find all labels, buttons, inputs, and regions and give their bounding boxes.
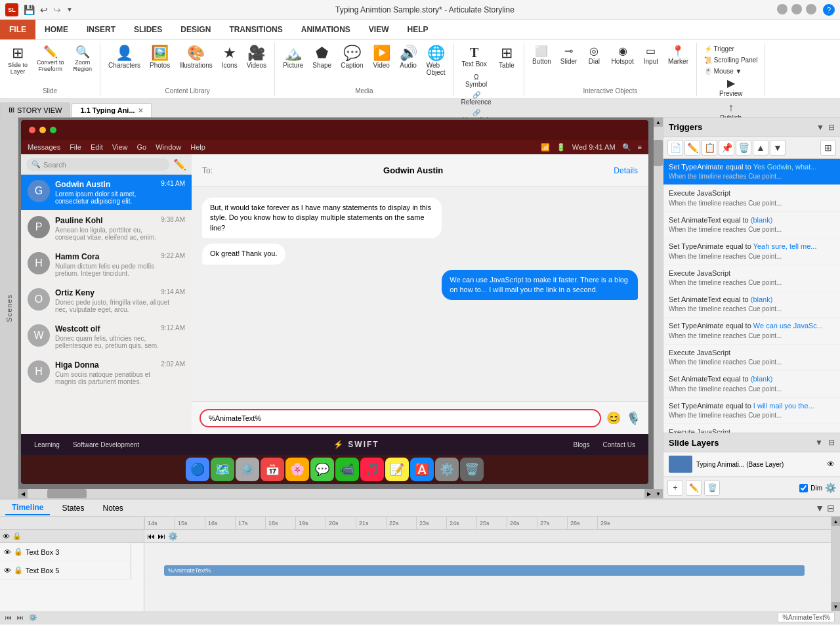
- search-bar[interactable]: 🔍 Search: [26, 158, 169, 171]
- nav-software-dev[interactable]: Software Development: [73, 441, 139, 448]
- trigger-link-4[interactable]: Yeah sure, tell me...: [753, 242, 817, 250]
- hotspot-button[interactable]: ◉ Hotspot: [607, 44, 637, 67]
- dock-calendar[interactable]: 📅: [261, 458, 284, 481]
- canvas-hscroll[interactable]: ◀ ▶: [18, 489, 654, 498]
- close-tab-icon[interactable]: ✕: [138, 107, 143, 114]
- layer-eye-icon[interactable]: 👁: [827, 460, 835, 469]
- slide-to-layer-button[interactable]: ⊞ Slide toLayer: [4, 44, 32, 77]
- tab-story-view[interactable]: ⊞ STORY VIEW: [0, 102, 70, 117]
- timeline-collapse-icon[interactable]: ▼: [815, 503, 824, 513]
- menu-file[interactable]: File: [70, 143, 81, 151]
- timeline-tab-notes[interactable]: Notes: [96, 502, 130, 515]
- trigger-delete-button[interactable]: 🗑️: [736, 140, 751, 156]
- audio-button[interactable]: 🔊 Audio: [396, 44, 421, 71]
- tab-view[interactable]: VIEW: [360, 20, 398, 39]
- table-button[interactable]: ⊞ Table: [494, 44, 520, 71]
- quick-access-redo[interactable]: ↪: [53, 5, 61, 15]
- zoom-region-button[interactable]: 🔍 ZoomRegion: [70, 44, 96, 74]
- picture-button[interactable]: 🏔️ Picture: [279, 44, 307, 71]
- timeline-settings-btn[interactable]: ⚙️: [29, 614, 37, 621]
- trigger-item-8[interactable]: Execute JavaScript When the timeline rea…: [663, 345, 840, 371]
- trigger-item-3[interactable]: Set AnimateText equal to (blank) When th…: [663, 212, 840, 238]
- quick-access-undo[interactable]: ↩: [40, 5, 48, 15]
- tab-slides[interactable]: SLIDES: [125, 20, 171, 39]
- emoji-icon[interactable]: 😊: [606, 411, 621, 425]
- quick-access-save[interactable]: 💾: [24, 5, 35, 15]
- track-lock-textbox3[interactable]: 🔒: [14, 548, 23, 556]
- dock-finder[interactable]: 🔵: [186, 458, 209, 481]
- close-button[interactable]: [806, 4, 816, 14]
- caption-button[interactable]: 💬 Caption: [337, 44, 367, 71]
- track-eye-all-icon[interactable]: 👁: [3, 532, 10, 540]
- trigger-item-7[interactable]: Set TypeAnimate equal to We can use Java…: [663, 318, 840, 344]
- trigger-paste-button[interactable]: 📌: [719, 140, 734, 156]
- contact-pauline-kohl[interactable]: P Pauline Kohl 9:38 AM Aenean leo ligula…: [21, 211, 192, 247]
- hscroll-thumb[interactable]: [47, 489, 87, 498]
- contact-westcott-olf[interactable]: W Westcott olf 9:12 AM Donec quam felis,…: [21, 319, 192, 355]
- track-eye-textbox5[interactable]: 👁: [4, 567, 11, 574]
- dock-system-pref[interactable]: ⚙️: [435, 458, 459, 481]
- dock-music[interactable]: 🎵: [360, 458, 384, 481]
- tab-design[interactable]: DESIGN: [171, 20, 220, 39]
- trigger-link-1[interactable]: Yes Godwin, what...: [753, 163, 817, 171]
- layer-edit-button[interactable]: ✏️: [686, 480, 702, 496]
- timeline-tab-states[interactable]: States: [55, 502, 91, 515]
- tab-slide-1[interactable]: 1.1 Typing Ani... ✕: [72, 103, 151, 117]
- convert-to-freeform-button[interactable]: ✏️ Convert toFreeform: [33, 44, 68, 74]
- icons-button[interactable]: ★ Icons: [218, 44, 242, 71]
- help-button[interactable]: ?: [823, 4, 835, 16]
- notifications-icon[interactable]: ≡: [638, 143, 642, 151]
- timeline-settings-icon[interactable]: ⚙️: [168, 532, 178, 541]
- videos-button[interactable]: 🎥 Videos: [243, 44, 270, 71]
- compose-icon[interactable]: ✏️: [173, 158, 186, 171]
- button-button[interactable]: ⬜ Button: [528, 44, 555, 67]
- nav-learning[interactable]: Learning: [34, 441, 60, 448]
- layer-delete-button[interactable]: 🗑️: [704, 480, 720, 496]
- search-status-icon[interactable]: 🔍: [622, 143, 631, 152]
- vscroll-down[interactable]: ▼: [654, 489, 663, 498]
- slider-button[interactable]: ⊸ Slider: [556, 44, 581, 67]
- photos-button[interactable]: 🖼️ Photos: [146, 44, 174, 71]
- tab-animations[interactable]: ANIMATIONS: [292, 20, 360, 39]
- mac-minimize-dot[interactable]: [39, 127, 46, 133]
- video-button[interactable]: ▶️ Video: [369, 44, 394, 71]
- trigger-item-11[interactable]: Execute JavaScript When the timeline rea…: [663, 424, 840, 433]
- characters-button[interactable]: 👤 Characters: [104, 44, 144, 71]
- timeline-btn-next[interactable]: ⏭: [17, 614, 24, 621]
- track-eye-textbox3[interactable]: 👁: [4, 548, 11, 556]
- tl-vscroll-down[interactable]: ▼: [831, 602, 840, 611]
- timeline-btn-prev[interactable]: ⏮: [5, 614, 12, 621]
- trigger-item-5[interactable]: Execute JavaScript When the timeline rea…: [663, 265, 840, 291]
- layer-settings-icon[interactable]: ⚙️: [825, 483, 836, 493]
- marker-button[interactable]: 📍 Marker: [664, 44, 692, 67]
- tl-vscroll-up[interactable]: ▲: [831, 517, 840, 526]
- track-lock-all-icon[interactable]: 🔒: [12, 532, 22, 540]
- maximize-button[interactable]: [791, 4, 802, 14]
- mouse-button[interactable]: 🖱️ Mouse ▼: [701, 66, 745, 76]
- tab-home[interactable]: HOME: [35, 20, 77, 39]
- trigger-item-2[interactable]: Execute JavaScript When the timeline rea…: [663, 185, 840, 211]
- mac-maximize-dot[interactable]: [50, 127, 56, 133]
- audio-input-icon[interactable]: 🎙️: [626, 411, 640, 425]
- symbol-button[interactable]: Ω Symbol: [458, 72, 495, 89]
- trigger-button[interactable]: ⚡ Trigger: [701, 44, 738, 54]
- quick-access-dropdown[interactable]: ▼: [66, 6, 73, 13]
- details-button[interactable]: Details: [614, 166, 638, 175]
- trigger-copy-button[interactable]: 📋: [702, 140, 717, 156]
- dock-trash[interactable]: 🗑️: [460, 458, 484, 481]
- layer-item-base[interactable]: Typing Animati... (Base Layer) 👁: [663, 452, 840, 477]
- trigger-item-4[interactable]: Set TypeAnimate equal to Yeah sure, tell…: [663, 238, 840, 265]
- trigger-link-9[interactable]: (blank): [751, 375, 773, 383]
- trigger-link-7[interactable]: We can use JavaSc...: [753, 322, 823, 330]
- hscroll-left[interactable]: ◀: [18, 489, 28, 498]
- dial-button[interactable]: ◎ Dial: [582, 44, 606, 67]
- dock-facetime[interactable]: 📹: [335, 458, 359, 481]
- timeline-undock-icon[interactable]: ⊟: [827, 503, 835, 513]
- trigger-link-3[interactable]: (blank): [751, 216, 773, 224]
- vscroll-thumb[interactable]: [654, 140, 663, 166]
- input-button[interactable]: ▭ Input: [639, 44, 663, 67]
- track-lock-textbox5[interactable]: 🔒: [14, 566, 23, 574]
- reference-button[interactable]: 🔗 Reference: [458, 90, 495, 107]
- text-box-button[interactable]: T Text Box: [458, 44, 491, 71]
- dock-photos[interactable]: 🌸: [285, 458, 309, 481]
